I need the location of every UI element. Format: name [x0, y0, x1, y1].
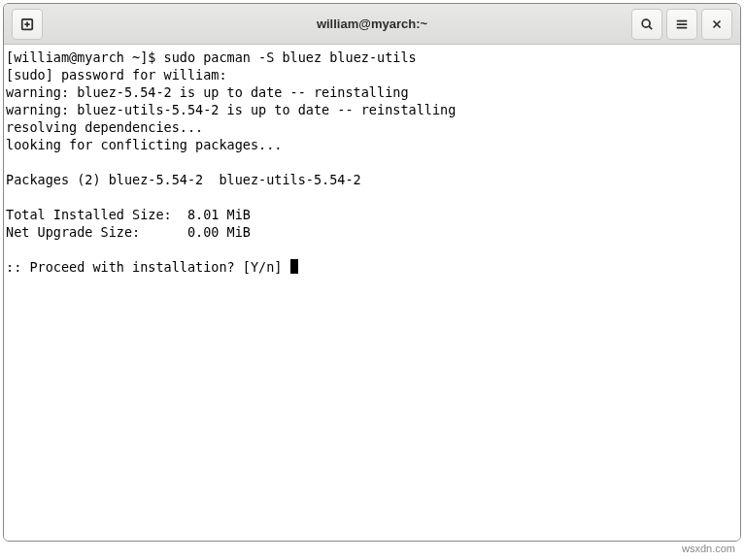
window-title: william@myarch:~	[317, 16, 427, 31]
output-line: [sudo] password for william:	[6, 67, 227, 82]
search-button[interactable]	[631, 9, 662, 40]
menu-button[interactable]	[666, 9, 697, 40]
new-tab-button[interactable]	[12, 9, 43, 40]
cursor	[290, 259, 298, 274]
output-line: Total Installed Size: 8.01 MiB	[6, 207, 251, 222]
terminal-area[interactable]: [william@myarch ~]$ sudo pacman -S bluez…	[4, 45, 740, 541]
new-tab-icon	[20, 17, 34, 31]
output-line: looking for conflicting packages...	[6, 137, 282, 152]
terminal-window: william@myarch:~	[3, 3, 741, 542]
svg-line-4	[649, 26, 652, 29]
output-line: Packages (2) bluez-5.54-2 bluez-utils-5.…	[6, 172, 361, 187]
svg-point-3	[642, 19, 650, 27]
shell-prompt: [william@myarch ~]$	[6, 49, 164, 65]
watermark: wsxdn.com	[682, 543, 735, 554]
proceed-prompt: :: Proceed with installation? [Y/n]	[6, 259, 290, 275]
output-line: Net Upgrade Size: 0.00 MiB	[6, 224, 251, 240]
titlebar-right-buttons	[629, 9, 734, 40]
close-icon	[710, 17, 724, 31]
output-line: warning: bluez-5.54-2 is up to date -- r…	[6, 84, 409, 100]
hamburger-icon	[675, 17, 689, 31]
close-button[interactable]	[701, 9, 732, 40]
titlebar: william@myarch:~	[4, 4, 740, 45]
search-icon	[640, 17, 654, 31]
output-line: resolving dependencies...	[6, 119, 203, 135]
command-text: sudo pacman -S bluez bluez-utils	[164, 49, 417, 65]
output-line: warning: bluez-utils-5.54-2 is up to dat…	[6, 102, 456, 117]
